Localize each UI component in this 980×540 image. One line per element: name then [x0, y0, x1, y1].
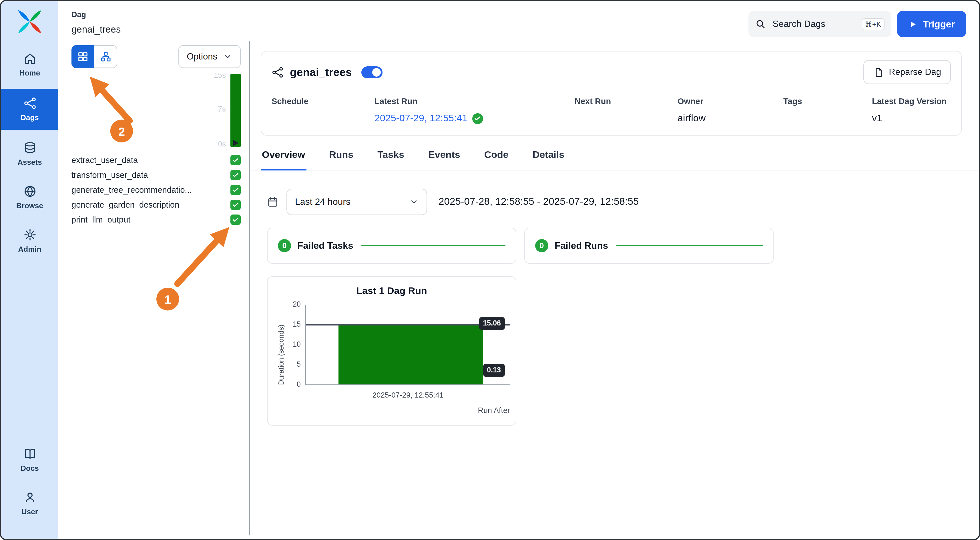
duration-tick: 0s	[203, 140, 226, 148]
dag-pause-toggle[interactable]	[362, 66, 383, 78]
failed-tasks-card[interactable]: 0 Failed Tasks	[267, 228, 516, 263]
failed-tasks-count-badge: 0	[278, 239, 291, 252]
dag-header-card: genai_trees Reparse Dag Schedule Latest …	[261, 51, 962, 135]
home-icon	[23, 52, 36, 65]
field-latest-run: Latest Run 2025-07-29, 12:55:41	[374, 97, 574, 125]
failed-runs-card[interactable]: 0 Failed Runs	[524, 228, 773, 263]
task-status-success[interactable]	[231, 170, 241, 180]
panel-divider	[249, 41, 250, 535]
graph-view-button[interactable]	[94, 45, 117, 68]
run-marker-icon	[233, 140, 239, 147]
task-row[interactable]: print_llm_output	[58, 212, 249, 227]
y-tick: 5	[281, 360, 301, 368]
task-name[interactable]: extract_user_data	[72, 156, 231, 165]
failed-runs-label: Failed Runs	[555, 240, 608, 251]
dag-info-fields: Schedule Latest Run 2025-07-29, 12:55:41…	[272, 97, 951, 125]
field-latest-dag-version: Latest Dag Version v1	[872, 97, 951, 125]
duration-tick: 15s	[203, 71, 226, 80]
reparse-label: Reparse Dag	[889, 67, 941, 77]
y-tick: 0	[281, 380, 301, 388]
y-tick: 15	[281, 320, 301, 328]
tab-code[interactable]: Code	[483, 148, 510, 170]
tab-events[interactable]: Events	[427, 148, 461, 170]
field-label: Next Run	[574, 97, 678, 106]
sidebar-item-label: Home	[19, 68, 40, 77]
gear-icon	[23, 228, 36, 241]
sidebar-nav-bottom: Docs User	[1, 440, 58, 539]
document-refresh-icon	[873, 67, 884, 78]
time-range-text: 2025-07-28, 12:58:55 - 2025-07-29, 12:58…	[439, 196, 639, 208]
failed-tasks-label: Failed Tasks	[298, 240, 353, 251]
sidebar-item-browse[interactable]: Browse	[1, 178, 58, 217]
options-label: Options	[187, 51, 217, 62]
task-status-success[interactable]	[231, 215, 241, 225]
task-list: extract_user_data transform_user_data ge…	[58, 153, 249, 227]
overview-panel: Last 24 hours 2025-07-28, 12:58:55 - 202…	[249, 170, 979, 425]
field-label: Latest Dag Version	[872, 97, 951, 106]
airflow-app: Home Dags Assets Browse	[0, 0, 980, 540]
tab-tasks[interactable]: Tasks	[376, 148, 406, 170]
sidebar-item-docs[interactable]: Docs	[1, 440, 58, 479]
latest-run-link[interactable]: 2025-07-29, 12:55:41	[374, 113, 468, 124]
task-name[interactable]: transform_user_data	[72, 170, 231, 180]
task-row[interactable]: generate_tree_recommendatio...	[58, 183, 249, 198]
dag-icon	[272, 66, 283, 78]
grid-view-icon	[77, 51, 89, 62]
dag-title: genai_trees	[290, 65, 352, 79]
chevron-down-icon	[409, 197, 418, 206]
dag-run-chart-card: Last 1 Dag Run Duration (seconds) 20 15 …	[267, 276, 516, 425]
field-value: 2025-07-29, 12:55:41	[374, 112, 574, 125]
calendar-icon	[267, 196, 278, 207]
topbar: ⌘+K Trigger	[249, 1, 979, 37]
task-row[interactable]: transform_user_data	[58, 167, 249, 183]
field-label: Tags	[783, 97, 872, 106]
search-input[interactable]	[771, 18, 856, 30]
task-status-success[interactable]	[231, 155, 241, 165]
run-duration-bar[interactable]	[231, 74, 241, 147]
sidebar-item-label: Docs	[21, 464, 39, 473]
sidebar-nav: Home Dags Assets Browse	[1, 45, 58, 265]
sidebar-item-label: User	[21, 507, 38, 516]
grid-view-button[interactable]	[72, 45, 94, 68]
run-duration-value-badge: 15.06	[479, 317, 505, 330]
reparse-dag-button[interactable]: Reparse Dag	[863, 60, 951, 84]
tab-overview[interactable]: Overview	[261, 148, 306, 170]
check-icon	[232, 172, 239, 178]
task-name[interactable]: generate_tree_recommendatio...	[72, 185, 231, 194]
check-icon	[232, 186, 239, 193]
search-dags-box[interactable]: ⌘+K	[748, 11, 891, 37]
tab-details[interactable]: Details	[531, 148, 566, 170]
airflow-logo-icon[interactable]	[17, 9, 43, 35]
options-dropdown[interactable]: Options	[178, 45, 241, 68]
trend-line	[616, 245, 763, 246]
task-name[interactable]: generate_garden_description	[72, 200, 231, 209]
tab-runs[interactable]: Runs	[328, 148, 355, 170]
trigger-dag-button[interactable]: Trigger	[897, 11, 966, 37]
search-icon	[755, 19, 765, 29]
run-duration-chart-bar[interactable]	[339, 324, 483, 384]
field-value	[574, 112, 678, 125]
task-status-success[interactable]	[231, 185, 241, 195]
task-status-success[interactable]	[231, 200, 241, 210]
sidebar-item-admin[interactable]: Admin	[1, 221, 58, 260]
field-label: Latest Run	[374, 97, 574, 106]
main-content: ⌘+K Trigger genai_trees	[249, 1, 979, 539]
task-name[interactable]: print_llm_output	[72, 215, 231, 224]
sidebar-item-assets[interactable]: Assets	[1, 134, 58, 173]
y-tick: 10	[281, 340, 301, 348]
trigger-label: Trigger	[923, 19, 955, 29]
field-value: airflow	[678, 112, 783, 125]
sidebar-item-label: Dags	[21, 113, 39, 122]
dag-header-top: genai_trees Reparse Dag	[272, 60, 951, 84]
sidebar-item-dags[interactable]: Dags	[1, 89, 58, 130]
field-value: v1	[872, 112, 951, 125]
duration-tick: 7s	[203, 105, 226, 113]
task-row[interactable]: extract_user_data	[58, 153, 249, 167]
graph-view-icon	[100, 51, 111, 62]
field-value	[783, 112, 872, 125]
time-range-value: Last 24 hours	[295, 196, 350, 207]
sidebar-item-user[interactable]: User	[1, 484, 58, 523]
task-row[interactable]: generate_garden_description	[58, 198, 249, 212]
sidebar-item-home[interactable]: Home	[1, 45, 58, 84]
time-range-select[interactable]: Last 24 hours	[286, 188, 427, 215]
